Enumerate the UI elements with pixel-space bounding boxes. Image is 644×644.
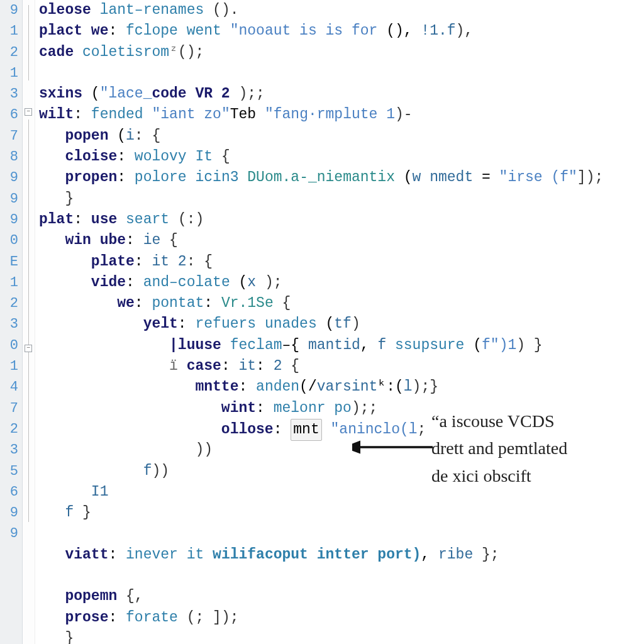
code-token: }; (473, 547, 499, 563)
code-token: { (160, 232, 178, 248)
code-line[interactable]: yelt: refuers unades (tf) (39, 314, 644, 335)
code-line[interactable]: viatt: inever it wilifacoput intter port… (39, 545, 644, 565)
code-line[interactable]: plact we: fclope went "nooaut is is for … (39, 21, 644, 42)
code-token: fended (91, 106, 143, 123)
code-editor-viewport[interactable]: oleose lant–renames ().plact we: fclope … (35, 0, 644, 644)
code-line[interactable] (39, 63, 644, 84)
code-token: "aninclo(l (331, 421, 418, 438)
line-number: 9 (0, 209, 22, 230)
code-line[interactable]: win ube: ie { (39, 230, 644, 251)
line-number: 3 (0, 84, 22, 104)
code-token (82, 23, 91, 39)
code-token: use (91, 211, 117, 228)
code-line[interactable]: sxins ("lace_code VR 2 );; (39, 84, 644, 104)
annotation-line-1: a iscouse VCDS (439, 411, 554, 431)
code-line[interactable] (39, 523, 644, 544)
code-line[interactable]: ï case: it: 2 { (39, 356, 644, 377)
code-token: ( (317, 316, 335, 332)
code-line[interactable]: popemn {, (39, 586, 644, 607)
line-number: 7 (0, 126, 22, 147)
code-token (282, 421, 291, 438)
code-token: cloise (65, 148, 117, 165)
line-number: 9 (0, 0, 22, 21)
fold-toggle[interactable]: − (25, 108, 32, 116)
code-token: oleose (39, 2, 91, 18)
code-token: plat (39, 211, 74, 228)
code-token: wilifacoput intter port) (213, 547, 421, 563)
code-token: ollose (221, 421, 274, 438)
code-token: prose (65, 609, 108, 626)
code-token: 2 (274, 358, 282, 374)
code-line[interactable]: plat: use seart (:) (39, 209, 644, 230)
code-token (143, 106, 152, 123)
code-token: anden (256, 379, 299, 395)
fold-gutter[interactable]: −− (23, 0, 35, 644)
code-token: ube (100, 232, 126, 248)
code-line[interactable]: propen: polore icin3 DUom.a-_niemantix (… (39, 167, 644, 188)
code-token: { (274, 295, 291, 311)
code-line[interactable]: cade coletisromᶻ(); (39, 42, 644, 63)
line-number: 3 (0, 440, 22, 460)
code-token: w nmedt (413, 169, 474, 186)
code-token: cade (39, 44, 74, 60)
code-token: );; (352, 400, 377, 416)
code-token: and–colate (143, 274, 230, 291)
code-line[interactable]: mntte: anden(/varsintᵏ:(l);} (39, 377, 644, 397)
code-token: wilt (39, 106, 74, 123)
code-line[interactable]: f } (39, 502, 644, 523)
code-token: mantid (308, 337, 360, 353)
code-line[interactable]: cloise: wolovy It { (39, 147, 644, 167)
code-token: f (65, 504, 82, 521)
code-token: tf (334, 316, 352, 332)
code-token: –{ (282, 337, 308, 353)
code-line[interactable]: } (39, 189, 644, 209)
code-token: I1 (91, 484, 109, 500)
code-token: ) (352, 316, 360, 332)
code-token: plact (39, 23, 82, 39)
code-token: vide (91, 274, 126, 291)
code-token: ribe (438, 547, 473, 563)
code-token: : (204, 295, 221, 311)
code-line[interactable]: plate: it 2: { (39, 252, 644, 272)
code-line[interactable]: we: pontat: Vr.1Se { (39, 293, 644, 314)
code-line[interactable] (39, 565, 644, 586)
code-line[interactable]: } (39, 628, 644, 644)
code-token: } (65, 191, 74, 207)
fold-guide-line (28, 119, 29, 522)
code-line[interactable]: popen (i: { (39, 126, 644, 147)
code-token: "nooaut is is for (230, 23, 378, 39)
code-token: ssupsure (395, 337, 464, 353)
code-token: forate (126, 609, 178, 626)
code-token: viatt (65, 547, 108, 563)
line-number: 7 (0, 398, 22, 419)
code-token: ); (256, 274, 282, 291)
code-token (117, 211, 126, 228)
code-token: f (377, 337, 386, 353)
code-token: (:) (169, 211, 204, 228)
code-token: Teb (230, 106, 265, 123)
code-line[interactable]: prose: forate (; ]); (39, 608, 644, 628)
line-number: E (0, 252, 22, 272)
code-token: i (126, 128, 135, 144)
code-line[interactable]: |luuse feclam–{ mantid, f ssupsure (f")1… (39, 335, 644, 356)
annotation-line-3: de xici obscift (431, 466, 531, 486)
code-token: ᵏ:( (377, 379, 403, 395)
code-token (322, 421, 331, 438)
code-token: : (221, 358, 239, 374)
code-token: f")1 (482, 337, 516, 353)
code-token: : (126, 232, 143, 248)
code-token: seart (126, 211, 169, 228)
code-token: ( (464, 337, 482, 353)
line-number: 0 (0, 230, 22, 251)
annotation-callout: “a iscouse VCDS drett and pemtlated de x… (431, 408, 639, 489)
code-line[interactable]: vide: and–colate (x ); (39, 272, 644, 293)
code-line[interactable]: oleose lant–renames (). (39, 0, 644, 21)
code-token: wint (221, 400, 256, 416)
code-token: it 2 (152, 253, 186, 270)
code-line[interactable]: wilt: fended "iant zo"Teb "fang·rmplute … (39, 104, 644, 125)
line-number: 1 (0, 21, 22, 42)
code-token: x (247, 274, 256, 291)
code-token: )) (152, 463, 169, 479)
fold-toggle[interactable]: − (25, 345, 32, 352)
code-token (239, 169, 248, 186)
